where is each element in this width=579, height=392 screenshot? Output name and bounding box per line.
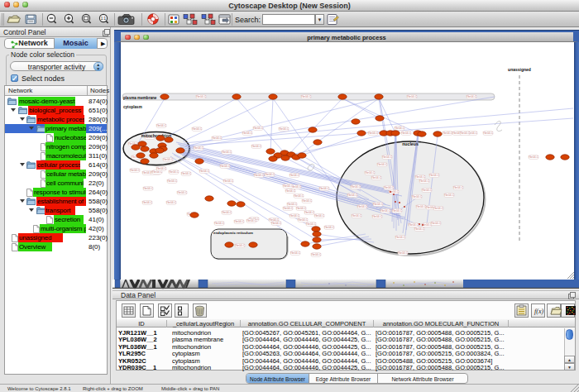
- svg-text:Ybr04-C: Ybr04-C: [415, 175, 426, 179]
- svg-text:Ybr04-C: Ybr04-C: [401, 131, 412, 135]
- svg-text:Ybr04-C: Ybr04-C: [130, 169, 141, 172]
- svg-text:unassigned: unassigned: [508, 67, 531, 72]
- svg-text:Ybr04-C: Ybr04-C: [460, 131, 471, 135]
- svg-text:Ybr04-C: Ybr04-C: [156, 167, 167, 170]
- svg-text:Ybr04-C: Ybr04-C: [167, 179, 178, 183]
- svg-text:Ybr04-C: Ybr04-C: [251, 145, 262, 148]
- svg-text:Ybr04-C: Ybr04-C: [212, 136, 223, 140]
- svg-text:Ybr04-C: Ybr04-C: [529, 155, 539, 159]
- svg-text:plasma membrane: plasma membrane: [123, 96, 157, 100]
- svg-text:Ybr04-C: Ybr04-C: [143, 187, 154, 190]
- svg-text:Ybr04-C: Ybr04-C: [166, 201, 177, 204]
- svg-text:Ybr04-C: Ybr04-C: [429, 174, 440, 177]
- svg-text:Ybr04-C: Ybr04-C: [222, 151, 232, 154]
- svg-text:Ybr04-C: Ybr04-C: [298, 218, 309, 222]
- svg-text:Ybr04-C: Ybr04-C: [287, 203, 298, 206]
- svg-text:Ybr04-C: Ybr04-C: [368, 131, 379, 135]
- svg-text:Ybr04-C: Ybr04-C: [220, 165, 231, 168]
- svg-text:f(x): f(x): [534, 308, 543, 315]
- svg-text:Ybr04-C: Ybr04-C: [444, 194, 455, 197]
- svg-text:Ybr04-C: Ybr04-C: [296, 207, 307, 210]
- svg-text:Ybr04-C: Ybr04-C: [407, 95, 418, 98]
- svg-text:Ybr04-C: Ybr04-C: [483, 131, 494, 135]
- svg-text:Ybr04-C: Ybr04-C: [223, 179, 234, 183]
- svg-text:Ybr04-C: Ybr04-C: [302, 199, 313, 203]
- svg-text:Ybr04-C: Ybr04-C: [294, 194, 304, 198]
- svg-text:Ybr04-C: Ybr04-C: [214, 222, 225, 225]
- svg-text:Ybr04-C: Ybr04-C: [194, 146, 204, 150]
- svg-text:Ybr04-C: Ybr04-C: [372, 215, 383, 218]
- svg-text:Ybr04-C: Ybr04-C: [414, 227, 425, 231]
- svg-text:Ybr04-C: Ybr04-C: [254, 174, 265, 177]
- svg-text:Ybr04-C: Ybr04-C: [311, 253, 322, 256]
- svg-text:Ybr04-C: Ybr04-C: [192, 127, 203, 131]
- svg-text:Ybr04-C: Ybr04-C: [199, 170, 210, 173]
- svg-text:1:1: 1:1: [101, 17, 107, 21]
- svg-text:Ybr04-C: Ybr04-C: [395, 127, 405, 130]
- svg-text:Ybr04-C: Ybr04-C: [431, 222, 442, 225]
- svg-text:Ybr04-C: Ybr04-C: [152, 170, 163, 174]
- svg-text:Ybr04-C: Ybr04-C: [283, 184, 294, 188]
- svg-text:Ybr04-C: Ybr04-C: [324, 226, 335, 229]
- svg-text:Ybr04-C: Ybr04-C: [467, 95, 477, 98]
- svg-text:Ybr04-C: Ybr04-C: [352, 214, 362, 218]
- svg-text:endoplasmic reticulum: endoplasmic reticulum: [213, 231, 253, 235]
- svg-text:Ybr04-C: Ybr04-C: [301, 95, 312, 98]
- svg-text:cytoplasm: cytoplasm: [123, 105, 142, 109]
- svg-text:Ybr04-C: Ybr04-C: [453, 186, 464, 189]
- svg-text:Ybr04-C: Ybr04-C: [377, 163, 388, 166]
- svg-text:Ybr04-C: Ybr04-C: [422, 189, 433, 192]
- svg-text:Ybr04-C: Ybr04-C: [365, 171, 376, 174]
- svg-text:Ybr04-C: Ybr04-C: [181, 172, 192, 175]
- svg-text:Ybr04-C: Ybr04-C: [412, 195, 423, 198]
- svg-text:Ybr04-C: Ybr04-C: [306, 222, 317, 226]
- svg-text:Ybr04-C: Ybr04-C: [265, 173, 275, 176]
- svg-text:Ybr04-C: Ybr04-C: [398, 251, 409, 255]
- svg-text:Ybr04-C: Ybr04-C: [196, 95, 207, 98]
- svg-text:Ybr04-C: Ybr04-C: [347, 194, 358, 197]
- svg-text:Ybr04-C: Ybr04-C: [290, 214, 300, 218]
- svg-text:Ybr04-C: Ybr04-C: [234, 220, 245, 223]
- svg-text:Ybr04-C: Ybr04-C: [371, 176, 382, 179]
- svg-text:Ybr04-C: Ybr04-C: [242, 131, 253, 135]
- svg-text:Ybr04-C: Ybr04-C: [285, 189, 296, 193]
- svg-text:Ybr04-C: Ybr04-C: [235, 244, 246, 247]
- svg-text:Ybr04-C: Ybr04-C: [246, 219, 257, 222]
- svg-text:Ybr04-C: Ybr04-C: [392, 209, 403, 213]
- svg-text:Ybr04-C: Ybr04-C: [142, 201, 153, 204]
- svg-text:Ybr04-C: Ybr04-C: [283, 207, 294, 210]
- svg-text:Ybr04-C: Ybr04-C: [382, 155, 393, 159]
- svg-text:Ybr04-C: Ybr04-C: [156, 124, 167, 127]
- svg-text:Ybr04-C: Ybr04-C: [357, 205, 368, 208]
- svg-text:Ybr04-C: Ybr04-C: [177, 191, 188, 194]
- svg-text:Ybr04-C: Ybr04-C: [169, 170, 179, 174]
- svg-text:Ybr04-C: Ybr04-C: [373, 203, 384, 206]
- svg-text:Ybr04-C: Ybr04-C: [351, 185, 361, 189]
- svg-text:Ybr04-C: Ybr04-C: [433, 207, 444, 210]
- svg-text:Ybr04-C: Ybr04-C: [319, 187, 330, 190]
- svg-text:Ybr04-C: Ybr04-C: [314, 214, 325, 218]
- svg-text:Ybr04-C: Ybr04-C: [163, 158, 174, 161]
- svg-text:Ybr04-C: Ybr04-C: [222, 211, 232, 214]
- svg-text:Ybr04-C: Ybr04-C: [384, 186, 395, 189]
- svg-text:Ybr04-C: Ybr04-C: [271, 222, 282, 225]
- svg-text:Ybr04-C: Ybr04-C: [395, 236, 406, 239]
- svg-text:Ybr04-C: Ybr04-C: [290, 174, 300, 177]
- svg-text:Ybr04-C: Ybr04-C: [290, 251, 301, 255]
- svg-text:Ybr04-C: Ybr04-C: [279, 127, 290, 131]
- svg-text:Ybr04-C: Ybr04-C: [409, 223, 419, 227]
- svg-text:Ybr04-C: Ybr04-C: [419, 179, 430, 183]
- svg-text:nucleus: nucleus: [402, 141, 419, 146]
- svg-text:Ybr04-C: Ybr04-C: [253, 127, 264, 130]
- svg-text:Ybr04-C: Ybr04-C: [380, 209, 391, 213]
